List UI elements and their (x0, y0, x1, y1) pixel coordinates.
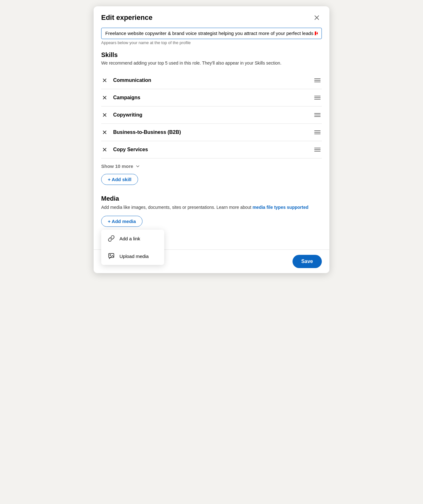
upload-media-label: Upload media (119, 254, 149, 259)
save-button[interactable]: Save (293, 255, 322, 268)
close-button[interactable] (312, 13, 322, 23)
drag-handle[interactable] (313, 146, 322, 153)
media-section-title: Media (101, 195, 322, 202)
media-wrapper: + Add media Add a link (101, 216, 142, 231)
media-section: Media Add media like images, documents, … (101, 195, 322, 231)
skills-section-title: Skills (101, 51, 322, 59)
remove-skill-communication[interactable] (101, 77, 108, 84)
drag-handle[interactable] (313, 129, 322, 135)
skill-item: Copy Services (101, 141, 322, 158)
media-file-types-link[interactable]: media file types supported (252, 205, 308, 210)
media-description: Add media like images, documents, sites … (101, 204, 322, 211)
image-icon (107, 252, 115, 260)
drag-handle[interactable] (313, 112, 322, 118)
add-link-item[interactable]: Add a link (101, 230, 164, 247)
add-link-label: Add a link (119, 236, 140, 241)
modal-header: Edit experience (94, 6, 329, 28)
edit-experience-modal: Edit experience Appears below your name … (94, 6, 329, 273)
skill-name: Campaigns (113, 95, 140, 100)
skill-item: Campaigns (101, 89, 322, 106)
headline-hint: Appears below your name at the top of th… (101, 40, 322, 45)
add-skill-button[interactable]: + Add skill (101, 174, 138, 185)
remove-skill-campaigns[interactable] (101, 94, 108, 101)
skill-name: Communication (113, 77, 151, 83)
skill-item: Copywriting (101, 106, 322, 124)
modal-title: Edit experience (101, 14, 153, 22)
show-more-button[interactable]: Show 10 more (101, 158, 140, 174)
svg-point-13 (110, 255, 111, 255)
add-media-button[interactable]: + Add media (101, 216, 142, 227)
drag-handle[interactable] (313, 77, 322, 83)
upload-media-item[interactable]: Upload media (101, 247, 164, 265)
remove-skill-copy-services[interactable] (101, 146, 108, 153)
skill-name: Business-to-Business (B2B) (113, 129, 181, 135)
chevron-down-icon (135, 164, 140, 169)
remove-skill-copywriting[interactable] (101, 112, 108, 118)
modal-body: Appears below your name at the top of th… (94, 28, 329, 231)
skill-item: Business-to-Business (B2B) (101, 124, 322, 141)
skills-list: Communication Campaigns (101, 72, 322, 158)
drag-handle[interactable] (313, 94, 322, 101)
headline-input[interactable] (105, 31, 318, 36)
skill-name: Copy Services (113, 147, 148, 152)
link-icon (107, 235, 115, 242)
skills-description: We recommend adding your top 5 used in t… (101, 60, 322, 66)
skill-name: Copywriting (113, 112, 142, 118)
headline-input-wrapper (101, 28, 322, 39)
add-media-dropdown: Add a link Upload media (101, 230, 164, 265)
remove-skill-b2b[interactable] (101, 129, 108, 136)
skill-item: Communication (101, 72, 322, 89)
